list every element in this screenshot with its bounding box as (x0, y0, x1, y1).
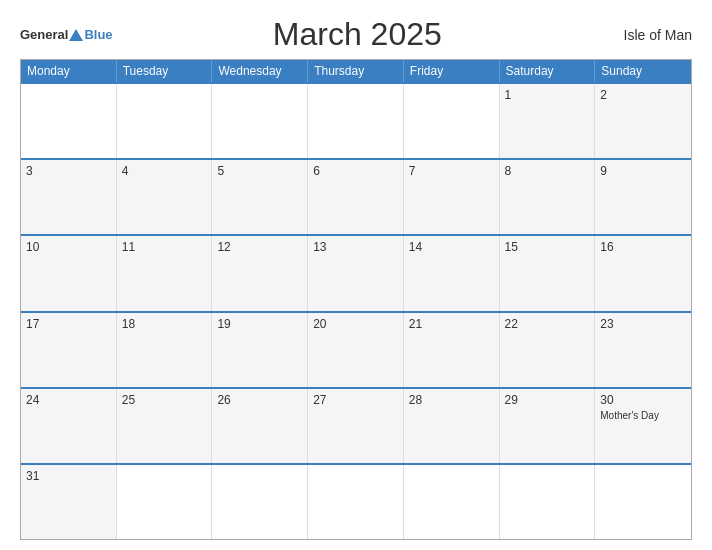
week-row-6: 31 (21, 463, 691, 539)
day-number: 12 (217, 239, 302, 256)
day-number: 11 (122, 239, 207, 256)
day-number: 29 (505, 392, 590, 409)
day-cell (212, 84, 308, 158)
day-number: 20 (313, 316, 398, 333)
day-event: Mother's Day (600, 410, 686, 421)
day-header-tuesday: Tuesday (117, 60, 213, 82)
week-row-3: 10111213141516 (21, 234, 691, 310)
day-number: 4 (122, 163, 207, 180)
day-cell: 12 (212, 236, 308, 310)
day-cell: 21 (404, 313, 500, 387)
day-number: 14 (409, 239, 494, 256)
day-cell: 6 (308, 160, 404, 234)
day-cell (308, 84, 404, 158)
day-number: 23 (600, 316, 686, 333)
day-number: 19 (217, 316, 302, 333)
day-cell: 18 (117, 313, 213, 387)
day-cell: 31 (21, 465, 117, 539)
day-number: 18 (122, 316, 207, 333)
day-cell: 22 (500, 313, 596, 387)
day-number: 9 (600, 163, 686, 180)
day-cell: 14 (404, 236, 500, 310)
day-cell (117, 84, 213, 158)
day-cell: 10 (21, 236, 117, 310)
day-number: 16 (600, 239, 686, 256)
day-cell (117, 465, 213, 539)
day-number: 8 (505, 163, 590, 180)
day-number: 7 (409, 163, 494, 180)
day-cell: 8 (500, 160, 596, 234)
day-cell (500, 465, 596, 539)
logo: General Blue (20, 27, 113, 42)
day-number: 22 (505, 316, 590, 333)
day-cell: 23 (595, 313, 691, 387)
day-number: 25 (122, 392, 207, 409)
day-cell: 3 (21, 160, 117, 234)
day-cell: 19 (212, 313, 308, 387)
day-cell: 30Mother's Day (595, 389, 691, 463)
day-cell (212, 465, 308, 539)
day-cell: 9 (595, 160, 691, 234)
day-number: 28 (409, 392, 494, 409)
day-header-wednesday: Wednesday (212, 60, 308, 82)
day-cell: 7 (404, 160, 500, 234)
day-cell (21, 84, 117, 158)
day-cell: 20 (308, 313, 404, 387)
day-header-thursday: Thursday (308, 60, 404, 82)
week-row-4: 17181920212223 (21, 311, 691, 387)
week-row-2: 3456789 (21, 158, 691, 234)
day-cell: 15 (500, 236, 596, 310)
day-number: 15 (505, 239, 590, 256)
logo-general-text: General (20, 27, 68, 42)
day-headers-row: MondayTuesdayWednesdayThursdayFridaySatu… (21, 60, 691, 82)
day-cell (308, 465, 404, 539)
day-number: 17 (26, 316, 111, 333)
day-cell: 24 (21, 389, 117, 463)
day-number: 5 (217, 163, 302, 180)
day-cell: 29 (500, 389, 596, 463)
day-cell: 4 (117, 160, 213, 234)
day-number: 21 (409, 316, 494, 333)
day-number: 26 (217, 392, 302, 409)
calendar-grid: MondayTuesdayWednesdayThursdayFridaySatu… (20, 59, 692, 540)
day-number: 6 (313, 163, 398, 180)
calendar-title: March 2025 (113, 16, 602, 53)
day-cell: 25 (117, 389, 213, 463)
day-number: 27 (313, 392, 398, 409)
day-number: 2 (600, 87, 686, 104)
day-cell: 26 (212, 389, 308, 463)
day-cell: 1 (500, 84, 596, 158)
logo-triangle-icon (69, 29, 83, 41)
day-header-monday: Monday (21, 60, 117, 82)
day-number: 1 (505, 87, 590, 104)
day-cell: 2 (595, 84, 691, 158)
day-header-friday: Friday (404, 60, 500, 82)
weeks-container: 1234567891011121314151617181920212223242… (21, 82, 691, 539)
day-cell: 17 (21, 313, 117, 387)
day-cell: 13 (308, 236, 404, 310)
day-cell (404, 84, 500, 158)
day-header-sunday: Sunday (595, 60, 691, 82)
day-number: 10 (26, 239, 111, 256)
day-number: 30 (600, 392, 686, 409)
week-row-5: 24252627282930Mother's Day (21, 387, 691, 463)
day-cell: 11 (117, 236, 213, 310)
day-cell: 28 (404, 389, 500, 463)
day-cell: 5 (212, 160, 308, 234)
week-row-1: 12 (21, 82, 691, 158)
day-number: 24 (26, 392, 111, 409)
day-number: 13 (313, 239, 398, 256)
region-label: Isle of Man (602, 27, 692, 43)
day-number: 3 (26, 163, 111, 180)
day-header-saturday: Saturday (500, 60, 596, 82)
calendar-header: General Blue March 2025 Isle of Man (20, 16, 692, 53)
day-number: 31 (26, 468, 111, 485)
day-cell (595, 465, 691, 539)
day-cell: 16 (595, 236, 691, 310)
logo-blue-text: Blue (84, 27, 112, 42)
day-cell (404, 465, 500, 539)
day-cell: 27 (308, 389, 404, 463)
